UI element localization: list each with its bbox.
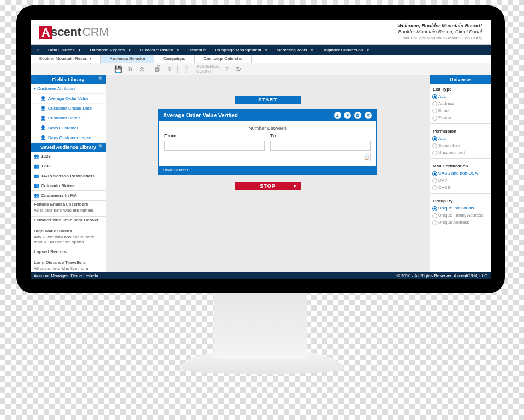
saved-search-icon[interactable]: 🔍 [98,144,104,149]
audience-count-label: AUDIENCECOUNT [196,64,219,74]
fields-library-title: Fields Library [52,77,84,82]
logo-rest: scent [51,25,81,39]
monitor-stand-neck [214,293,307,359]
logo: A scent CRM [39,25,109,39]
listtype-opt[interactable]: Phone [430,114,491,121]
divider [430,158,491,159]
calendar-icon[interactable]: 📋 [362,153,371,161]
fields-library-header: + Fields Library 🔍 [31,75,106,84]
field-attr[interactable]: 👤Customer Create Date [31,104,106,113]
logo-a: A [39,26,52,39]
footer: Account Manager: Diana Leskela © 2016 - … [31,272,491,279]
saved-item-desc[interactable]: Females who lieve near Denver [31,217,106,227]
save-icon[interactable]: 💾 [114,65,122,74]
stop-button[interactable]: STOP [235,182,301,190]
mailcert-opt[interactable]: DPV [430,177,491,184]
listtype-opt[interactable]: ALL [430,93,491,100]
toolbar-sep [177,65,178,73]
field-category[interactable]: ▸ Customer Attributes [31,84,106,94]
body-area: + Fields Library 🔍 ▸ Customer Attributes… [31,75,491,272]
canvas: START Average Order Value Verified ▲ ▼ ✿… [106,75,430,272]
listtype-opt[interactable]: Address [430,100,491,107]
filter-subtitle: Number Between [164,125,371,131]
field-attr[interactable]: 👤Days Customer Lapse [31,133,106,143]
from-input[interactable] [164,141,265,151]
saved-item[interactable]: 👥14-15 Season Passhoders [31,171,106,181]
welcome-line2: Boulder Mountain Resort, Client Portal [397,29,482,35]
permission-title: Permission [430,126,491,135]
sub-nav: Boulder Mountain Resort Audience Selecto… [31,55,491,63]
groupby-opt[interactable]: Unique Family Address [430,212,491,219]
saved-item[interactable]: 👥Customers in MA [31,191,106,201]
export-icon[interactable]: 🗏 [165,65,174,74]
groupby-opt[interactable]: Unique Individuals [430,205,491,212]
listtype-title: List Type [430,84,491,93]
divider [430,193,491,194]
toolbar: 💾 🗎 ⊘ 🗐 🗏 ❔ AUDIENCECOUNT ? ↻ [31,63,491,75]
filter-card-actions: ▲ ▼ ✿ ✕ [332,112,372,119]
welcome-logout[interactable]: Not Boulder Mountain Resort? Log Out ⎘ [397,35,482,41]
tab-campaigns[interactable]: Campaigns [154,55,194,63]
undo-icon[interactable]: ⊘ [138,65,146,74]
nav-data-sources[interactable]: Data Sources▼ [44,47,85,52]
saved-item[interactable]: 👥Colorado Skiers [31,181,106,191]
header: A scent CRM Welcome, Boulder Mountain Re… [31,20,491,45]
card-down-icon[interactable]: ▼ [344,112,351,119]
filter-card-title: Average Order Value Verified [163,112,238,118]
to-input[interactable] [270,141,371,151]
left-sidebar: + Fields Library 🔍 ▸ Customer Attributes… [31,75,106,272]
to-label: To [270,133,371,139]
toolbar-sep [150,65,150,73]
doc-search-icon[interactable]: 🗐 [153,65,162,74]
field-attr[interactable]: 👤Days Customer [31,123,106,133]
card-gear-icon[interactable]: ✿ [354,112,361,119]
fields-add-icon[interactable]: + [33,76,35,81]
divider [430,123,491,124]
saved-item-desc[interactable]: Female Email SubscribersAll subscribers … [31,201,106,217]
welcome-block: Welcome, Boulder Mountain Resort! Boulde… [397,23,482,41]
tab-campaign-calendar[interactable]: Campaign Calendar [195,55,252,63]
permission-opt[interactable]: ALL [430,135,491,142]
mailcert-title: Mail Certification [430,161,491,170]
field-attr[interactable]: 👤Average Order Value [31,94,106,104]
card-up-icon[interactable]: ▲ [334,112,341,119]
groupby-opt[interactable]: Unique Address [430,219,491,226]
mailcert-opt[interactable]: CASS [430,184,491,191]
nav-beginner-conversion[interactable]: Beginner Conversion▼ [318,47,374,52]
nav-customer-insight[interactable]: Customer Insight▼ [136,47,184,52]
filter-card-header: Average Order Value Verified ▲ ▼ ✿ ✕ [159,110,376,121]
saved-item[interactable]: 👥1233 [31,161,106,171]
nav-database-reports[interactable]: Database Reports▼ [85,47,135,52]
saved-item[interactable]: 👥1233 [31,152,106,161]
saved-item-desc[interactable]: High Value ClientsAny Client who has spe… [31,227,106,248]
start-button[interactable]: START [235,96,301,104]
right-sidebar: Universe List Type ALL Address Email Pho… [430,75,491,272]
save-as-icon[interactable]: 🗎 [126,65,134,74]
permission-opt[interactable]: Subscribed [430,142,491,149]
filter-raw-count: Raw Count: 0 [159,166,376,174]
card-close-icon[interactable]: ✕ [365,112,372,119]
nav-campaign-management[interactable]: Campaign Management▼ [210,47,272,52]
screen: A scent CRM Welcome, Boulder Mountain Re… [31,20,491,279]
welcome-line1: Welcome, Boulder Mountain Resort! [397,23,482,29]
permission-opt[interactable]: Unsubscribed [430,149,491,156]
count-help-icon[interactable]: ? [222,65,231,74]
universe-header: Universe [430,75,491,84]
home-icon[interactable]: ⌂ [33,47,44,52]
saved-audience-title: Saved Audience Library [40,145,96,150]
help-icon[interactable]: ❔ [181,65,190,74]
from-label: From [164,133,265,139]
nav-marketing-tools[interactable]: Marketing Tools▼ [272,47,318,52]
groupby-title: Group By [430,196,491,205]
footer-right: © 2016 - All Rights Reserved AscentCRM, … [397,273,487,278]
refresh-icon[interactable]: ↻ [234,65,243,74]
mailcert-opt[interactable]: CASS and non-USA [430,170,491,177]
listtype-opt[interactable]: Email [430,107,491,114]
saved-item-desc[interactable]: Lapsed Renters [31,248,106,259]
subnav-resort-selector[interactable]: Boulder Mountain Resort [31,55,101,63]
field-attr[interactable]: 👤Customer Status [31,113,106,123]
fields-search-icon[interactable]: 🔍 [98,76,104,81]
tab-audience-selector[interactable]: Audience Selector [101,55,154,63]
nav-revenue[interactable]: Revenue [184,47,210,52]
main-nav: ⌂ Data Sources▼ Database Reports▼ Custom… [31,45,491,55]
